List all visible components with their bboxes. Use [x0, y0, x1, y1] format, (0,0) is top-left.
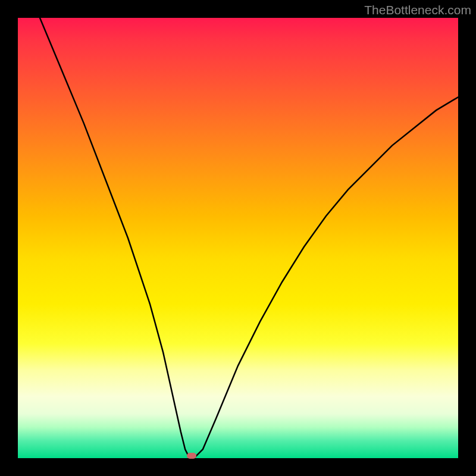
chart-container: TheBottleneck.com — [0, 0, 476, 476]
curve-svg — [18, 18, 458, 458]
plot-area — [18, 18, 458, 458]
optimal-point-marker — [187, 453, 196, 459]
bottleneck-curve — [40, 18, 458, 458]
watermark-text: TheBottleneck.com — [364, 3, 471, 17]
